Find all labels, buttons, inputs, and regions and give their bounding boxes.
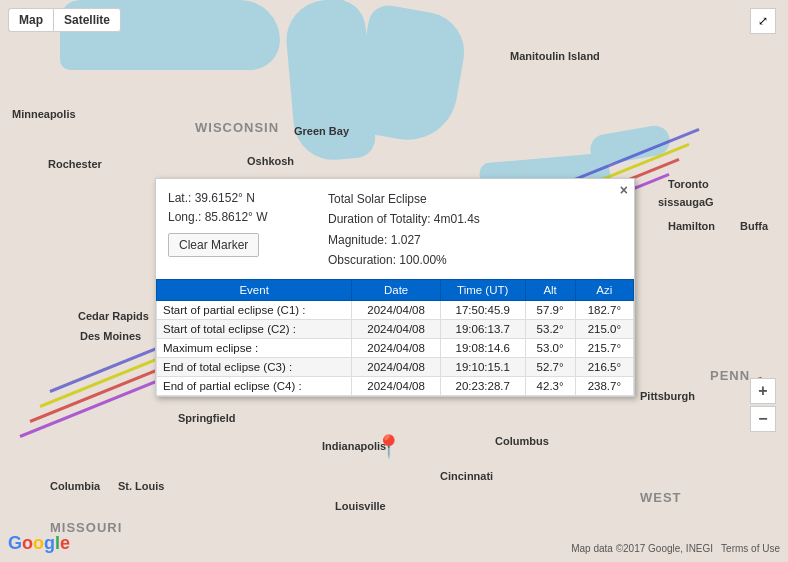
map-marker-pin: 📍 (375, 434, 402, 460)
cell-alt: 53.2° (525, 319, 575, 338)
cell-azi: 215.7° (575, 338, 633, 357)
cell-azi: 238.7° (575, 376, 633, 395)
map-footer: Map data ©2017 Google, INEGI Terms of Us… (571, 543, 780, 554)
table-row: End of total eclipse (C3) :2024/04/0819:… (157, 357, 634, 376)
duration-label: Duration of Totality: 4m01.4s (328, 209, 480, 229)
table-row: End of partial eclipse (C4) :2024/04/082… (157, 376, 634, 395)
lake-huron (349, 2, 470, 147)
zoom-out-button[interactable]: − (750, 406, 776, 432)
cell-time: 19:10:15.1 (440, 357, 525, 376)
cell-alt: 57.9° (525, 300, 575, 319)
info-popup: × Lat.: 39.6152° N Long.: 85.8612° W Cle… (155, 178, 635, 397)
map-controls: Map Satellite (8, 8, 121, 32)
longitude-label: Long.: 85.8612° W (168, 208, 308, 227)
zoom-in-button[interactable]: + (750, 378, 776, 404)
obscuration-label: Obscuration: 100.00% (328, 250, 480, 270)
col-header-event: Event (157, 279, 352, 300)
satellite-view-button[interactable]: Satellite (53, 8, 121, 32)
fullscreen-icon: ⤢ (758, 14, 768, 28)
cell-event: Start of partial eclipse (C1) : (157, 300, 352, 319)
cell-alt: 42.3° (525, 376, 575, 395)
terms-of-use-link[interactable]: Terms of Use (721, 543, 780, 554)
zoom-controls: + − (750, 378, 776, 432)
table-body: Start of partial eclipse (C1) :2024/04/0… (157, 300, 634, 395)
table-row: Start of total eclipse (C2) :2024/04/081… (157, 319, 634, 338)
cell-date: 2024/04/08 (352, 338, 441, 357)
cell-azi: 182.7° (575, 300, 633, 319)
popup-close-button[interactable]: × (620, 183, 628, 197)
cell-event: End of total eclipse (C3) : (157, 357, 352, 376)
col-header-azi: Azi (575, 279, 633, 300)
cell-alt: 52.7° (525, 357, 575, 376)
table-row: Maximum eclipse :2024/04/0819:08:14.653.… (157, 338, 634, 357)
popup-eclipse-info: Total Solar Eclipse Duration of Totality… (328, 189, 480, 271)
cell-alt: 53.0° (525, 338, 575, 357)
cell-time: 20:23:28.7 (440, 376, 525, 395)
cell-azi: 215.0° (575, 319, 633, 338)
col-header-date: Date (352, 279, 441, 300)
cell-date: 2024/04/08 (352, 319, 441, 338)
eclipse-events-table: Event Date Time (UT) Alt Azi Start of pa… (156, 279, 634, 396)
col-header-time: Time (UT) (440, 279, 525, 300)
latitude-label: Lat.: 39.6152° N (168, 189, 308, 208)
cell-event: Start of total eclipse (C2) : (157, 319, 352, 338)
table-row: Start of partial eclipse (C1) :2024/04/0… (157, 300, 634, 319)
cell-event: End of partial eclipse (C4) : (157, 376, 352, 395)
col-header-alt: Alt (525, 279, 575, 300)
eclipse-type: Total Solar Eclipse (328, 189, 480, 209)
cell-time: 19:06:13.7 (440, 319, 525, 338)
fullscreen-button[interactable]: ⤢ (750, 8, 776, 34)
map-container: MinneapolisWISCONSINGreen BayOshkoshRoch… (0, 0, 788, 562)
google-logo: Google (8, 533, 70, 554)
cell-time: 17:50:45.9 (440, 300, 525, 319)
cell-time: 19:08:14.6 (440, 338, 525, 357)
map-view-button[interactable]: Map (8, 8, 53, 32)
cell-date: 2024/04/08 (352, 357, 441, 376)
popup-coordinates: Lat.: 39.6152° N Long.: 85.8612° W Clear… (168, 189, 308, 271)
magnitude-label: Magnitude: 1.027 (328, 230, 480, 250)
cell-date: 2024/04/08 (352, 376, 441, 395)
clear-marker-button[interactable]: Clear Marker (168, 233, 259, 257)
cell-date: 2024/04/08 (352, 300, 441, 319)
table-header-row: Event Date Time (UT) Alt Azi (157, 279, 634, 300)
cell-azi: 216.5° (575, 357, 633, 376)
map-attribution: Map data ©2017 Google, INEGI (571, 543, 713, 554)
cell-event: Maximum eclipse : (157, 338, 352, 357)
popup-top-section: Lat.: 39.6152° N Long.: 85.8612° W Clear… (156, 179, 634, 279)
